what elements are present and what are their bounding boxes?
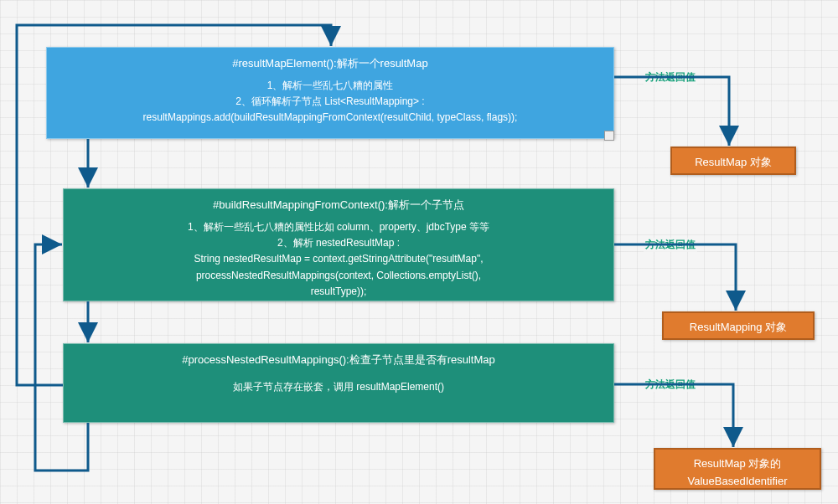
node-title: #resultMapElement():解析一个resultMap [57, 56, 603, 71]
result-resultmapping: ResultMapping 对象 [662, 311, 815, 340]
node-line: 1、解析一些乱七八糟的属性 [57, 78, 603, 94]
node-title: #processNestedResultMappings():检查子节点里是否有… [74, 352, 603, 368]
node-line: 1、解析一些乱七八糟的属性比如 column、property、jdbcType… [74, 219, 603, 235]
result-text: ValueBasedIdentifier [665, 473, 810, 491]
result-valuebasedidentifier: ResultMap 对象的 ValueBasedIdentifier [654, 448, 821, 490]
node-title: #buildResultMappingFromContext():解析一个子节点 [74, 198, 603, 213]
result-resultmap: ResultMap 对象 [670, 147, 796, 175]
node-line: 如果子节点存在嵌套，调用 resultMapElement() [74, 379, 603, 395]
result-text: ResultMap 对象的 [665, 455, 810, 473]
return-label-1: 方法返回值 [644, 70, 697, 85]
resize-handle-icon[interactable] [604, 131, 614, 141]
return-label-2: 方法返回值 [644, 238, 697, 252]
result-text: ResultMapping 对象 [674, 319, 803, 337]
node-line: processNestedResultMappings(context, Col… [74, 268, 603, 284]
result-text: ResultMap 对象 [682, 154, 784, 172]
node-line: 2、循环解析子节点 List<ResultMapping> : [57, 94, 603, 110]
node-line: 2、解析 nestedResultMap : [74, 235, 603, 251]
node-line: resultType)); [74, 284, 603, 300]
return-label-3: 方法返回值 [644, 378, 697, 392]
node-buildresultmapping: #buildResultMappingFromContext():解析一个子节点… [63, 188, 614, 301]
node-line: String nestedResultMap = context.getStri… [74, 251, 603, 267]
node-resultmapelement: #resultMapElement():解析一个resultMap 1、解析一些… [46, 47, 614, 139]
node-line: resultMappings.add(buildResultMappingFro… [57, 110, 603, 126]
node-processnested: #processNestedResultMappings():检查子节点里是否有… [63, 343, 614, 423]
